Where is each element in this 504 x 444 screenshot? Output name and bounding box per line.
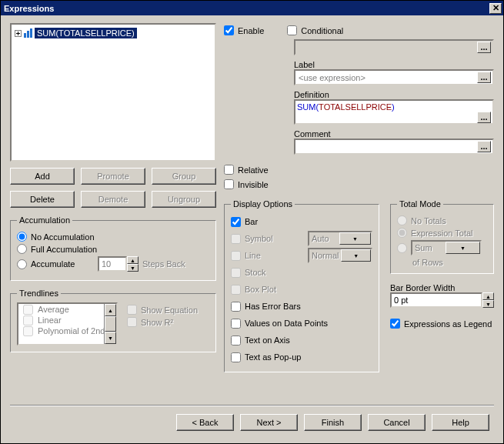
- chevron-down-icon: ▼: [341, 249, 371, 262]
- chevron-down-icon: ▼: [446, 242, 480, 254]
- chevron-down-icon: ▼: [339, 232, 371, 245]
- client-area: SUM(TOTALSELLPRICE) Add Promote Group De…: [1, 15, 503, 443]
- demote-button: Demote: [81, 191, 145, 208]
- tree-item-label: SUM(TOTALSELLPRICE): [35, 28, 137, 38]
- cancel-button[interactable]: Cancel: [368, 414, 426, 431]
- back-button[interactable]: < Back: [176, 414, 234, 431]
- steps-spinner: ▲ ▼: [98, 256, 139, 272]
- list-item[interactable]: Polynomial of 2nd d: [18, 325, 116, 336]
- display-options-legend: Display Options: [231, 199, 295, 209]
- label-input[interactable]: [297, 71, 476, 84]
- boxplot-checkbox: Box Plot: [231, 285, 276, 295]
- values-on-datapoints-checkbox[interactable]: Values on Data Points: [231, 319, 328, 329]
- bar-border-width-field[interactable]: 0 pt ▲ ▼: [390, 292, 494, 308]
- close-icon[interactable]: ✕: [489, 3, 502, 14]
- stock-checkbox: Stock: [231, 268, 300, 278]
- conditional-field: ...: [294, 39, 494, 55]
- bar-border-width-label: Bar Border Width: [390, 283, 494, 292]
- show-equation-checkbox: Show Equation: [127, 305, 198, 315]
- radio-expression-total: Expression Total: [397, 228, 487, 238]
- comment-browse-button[interactable]: ...: [477, 141, 491, 152]
- text-as-popup-checkbox[interactable]: Text as Pop-up: [231, 352, 301, 362]
- label-field[interactable]: ...: [294, 69, 494, 85]
- total-mode-legend: Total Mode: [397, 199, 443, 209]
- expression-tree[interactable]: SUM(TOTALSELLPRICE): [10, 23, 216, 162]
- chevron-down-icon[interactable]: ▼: [105, 332, 116, 344]
- symbol-checkbox: Symbol: [231, 234, 300, 244]
- trendlines-legend: Trendlines: [17, 289, 61, 298]
- relative-checkbox[interactable]: Relative: [224, 165, 494, 175]
- wizard-footer: < Back Next > Finish Cancel Help: [10, 406, 494, 439]
- radio-sum-row: Sum▼: [397, 240, 487, 255]
- accumulation-legend: Accumulation: [17, 215, 72, 225]
- expressions-as-legend-checkbox[interactable]: Expressions as Legend: [390, 319, 494, 329]
- line-combo: Normal▼: [308, 248, 372, 263]
- expressions-dialog: Expressions ✕ SUM(TOTALSELLPRICE) Add Pr…: [0, 0, 504, 444]
- comment-input[interactable]: [297, 140, 476, 153]
- chevron-up-icon[interactable]: ▲: [105, 304, 116, 316]
- show-r2-checkbox: Show R²: [127, 317, 198, 327]
- delete-button[interactable]: Delete: [10, 191, 75, 208]
- radio-accumulate-input[interactable]: [17, 259, 27, 269]
- scrollbar[interactable]: ▲ ▼: [104, 304, 116, 344]
- chevron-up-icon[interactable]: ▲: [482, 292, 494, 300]
- help-button[interactable]: Help: [432, 414, 489, 431]
- comment-field[interactable]: ...: [294, 139, 494, 155]
- label-caption: Label: [294, 60, 494, 69]
- group-button: Group: [152, 168, 216, 185]
- window-title: Expressions: [4, 4, 489, 13]
- comment-caption: Comment: [294, 129, 494, 139]
- bar-border-width-input[interactable]: 0 pt: [390, 292, 482, 308]
- radio-accumulate-label: Accumulate: [31, 259, 94, 269]
- display-options-group: Display Options Bar Symbol Auto▼ Line No…: [224, 199, 379, 372]
- scrollbar-thumb[interactable]: [105, 316, 116, 332]
- enable-checkbox[interactable]: Enable: [224, 25, 264, 35]
- promote-button: Promote: [81, 168, 145, 185]
- radio-full-accumulation-input[interactable]: [17, 244, 27, 254]
- text-on-axis-checkbox[interactable]: Text on Axis: [231, 336, 290, 346]
- list-item[interactable]: Average: [18, 304, 116, 315]
- conditional-checkbox[interactable]: Conditional: [287, 25, 343, 35]
- definition-input[interactable]: SUM(TOTALSELLPRICE): [297, 102, 476, 112]
- next-button[interactable]: Next >: [240, 414, 298, 431]
- line-checkbox: Line: [231, 251, 300, 261]
- radio-no-accumulation[interactable]: No Accumulation: [17, 232, 209, 242]
- radio-no-totals: No Totals: [397, 215, 487, 225]
- radio-accumulate-row: Accumulate ▲ ▼ Steps Back: [17, 256, 209, 272]
- titlebar: Expressions ✕: [1, 1, 503, 15]
- conditional-input: [297, 41, 476, 54]
- ungroup-button: Ungroup: [152, 191, 216, 208]
- chevron-up-icon[interactable]: ▲: [127, 256, 139, 264]
- bar-chart-icon: [24, 28, 32, 38]
- definition-field[interactable]: SUM(TOTALSELLPRICE) ...: [294, 99, 494, 125]
- tree-item[interactable]: SUM(TOTALSELLPRICE): [15, 28, 212, 38]
- definition-browse-button[interactable]: ...: [477, 112, 491, 123]
- of-rows-label: of Rows: [412, 258, 487, 267]
- trendlines-group: Trendlines Average Linear Polynomial of …: [10, 289, 216, 352]
- definition-caption: Definition: [294, 90, 494, 99]
- steps-back-label: Steps Back: [142, 259, 185, 269]
- radio-no-accumulation-input[interactable]: [17, 232, 27, 242]
- add-button[interactable]: Add: [10, 168, 75, 185]
- conditional-browse-button[interactable]: ...: [477, 42, 491, 53]
- steps-input: [98, 256, 127, 272]
- radio-full-accumulation[interactable]: Full Accumulation: [17, 244, 209, 254]
- radio-sum-input: [397, 243, 407, 253]
- expand-icon[interactable]: [15, 30, 22, 37]
- list-item[interactable]: Linear: [18, 315, 116, 325]
- finish-button[interactable]: Finish: [304, 414, 362, 431]
- error-bars-checkbox[interactable]: Has Error Bars: [231, 302, 301, 312]
- symbol-combo: Auto▼: [308, 231, 372, 246]
- sum-combo: Sum▼: [411, 240, 482, 255]
- invisible-checkbox[interactable]: Invisible: [224, 179, 494, 189]
- chevron-down-icon[interactable]: ▼: [482, 300, 494, 308]
- label-browse-button[interactable]: ...: [477, 72, 491, 83]
- accumulation-group: Accumulation No Accumulation Full Accumu…: [10, 215, 216, 281]
- total-mode-group: Total Mode No Totals Expression Total Su…: [390, 199, 494, 274]
- bar-checkbox[interactable]: Bar: [231, 217, 300, 227]
- trendlines-listbox[interactable]: Average Linear Polynomial of 2nd d ▲ ▼: [17, 302, 118, 346]
- chevron-down-icon[interactable]: ▼: [127, 264, 139, 272]
